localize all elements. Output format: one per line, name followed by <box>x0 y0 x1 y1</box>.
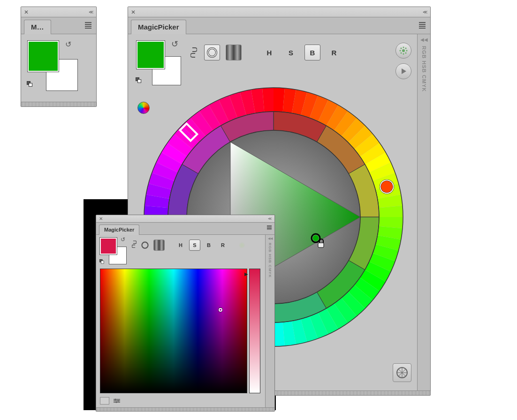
svg-point-38 <box>115 399 116 400</box>
wheel-mode-button[interactable] <box>139 240 151 251</box>
compact-toggle-icon[interactable] <box>100 397 109 405</box>
close-icon[interactable]: ✕ <box>99 216 103 221</box>
svg-point-34 <box>142 242 148 248</box>
panel-box: ✕ ≪ MagicPicker ◀◀ RGB HSB CMYK ↺ <box>96 215 275 412</box>
svg-point-3 <box>403 47 404 48</box>
svg-point-39 <box>118 400 119 402</box>
sidebar-label: RGB HSB CMYK <box>421 46 427 92</box>
mode-b[interactable]: B <box>203 240 214 251</box>
svg-point-4 <box>403 53 404 55</box>
settings-icon[interactable] <box>395 43 411 59</box>
box-mode-button[interactable] <box>153 240 165 251</box>
panel-menu-button[interactable] <box>267 225 272 230</box>
mode-h[interactable]: H <box>261 45 277 60</box>
default-colors-icon[interactable] <box>136 77 142 84</box>
tab-label: MagicPicker <box>104 227 134 232</box>
titlebar[interactable]: ✕ ≪ <box>96 215 274 223</box>
settings-icon[interactable]: ✺ <box>239 241 245 250</box>
svg-point-6 <box>406 50 408 52</box>
play-icon[interactable] <box>395 63 411 79</box>
swap-colors-icon[interactable]: ↺ <box>65 40 71 49</box>
sidebar-strip: ◀◀ RGB HSB CMYK <box>265 235 274 407</box>
mode-h[interactable]: H <box>175 240 186 251</box>
mode-r[interactable]: R <box>326 45 342 60</box>
saturation-slider[interactable] <box>249 269 260 393</box>
wheel-toggle-icon[interactable] <box>393 363 411 382</box>
sliders-icon[interactable] <box>112 397 122 405</box>
spectrum-cursor[interactable] <box>219 308 222 312</box>
svg-point-9 <box>401 52 402 54</box>
close-icon[interactable]: ✕ <box>131 9 136 15</box>
fg-swatch[interactable] <box>100 238 117 255</box>
mode-r[interactable]: R <box>217 240 228 251</box>
svg-point-8 <box>405 48 407 49</box>
mode-s[interactable]: S <box>283 45 299 60</box>
titlebar[interactable]: ✕ ≪ <box>128 7 430 17</box>
mode-b[interactable]: B <box>304 45 320 60</box>
resize-gripper[interactable] <box>96 407 274 411</box>
sidebar-expand-icon[interactable]: ◀◀ <box>268 237 273 240</box>
panel-menu-button[interactable] <box>85 22 91 29</box>
swap-colors-icon[interactable]: ↺ <box>171 39 178 49</box>
slider-marker-icon[interactable]: ▶ <box>244 271 248 277</box>
tab-label: M… <box>31 23 44 31</box>
svg-point-10 <box>405 52 407 54</box>
box-mode-button[interactable] <box>226 45 242 60</box>
svg-point-2 <box>402 49 405 52</box>
spectrum-picker[interactable] <box>100 269 247 393</box>
panel-body: ◀◀ RGB HSB CMYK ↺ H S B R <box>96 235 274 407</box>
tab-label: MagicPicker <box>138 23 179 31</box>
sidebar-strip: ◀◀ RGB HSB CMYK <box>417 34 430 390</box>
collapse-icon[interactable]: ≪ <box>423 9 427 15</box>
sidebar-label: RGB HSB CMYK <box>268 243 272 278</box>
sidebar-expand-icon[interactable]: ◀◀ <box>420 37 428 42</box>
tab-magicpicker[interactable]: MagicPicker <box>99 225 139 235</box>
link-icon[interactable] <box>132 240 137 250</box>
svg-point-24 <box>313 235 319 241</box>
tab-magicpicker[interactable]: MagicPicker <box>131 20 186 34</box>
tab-row: MagicPicker <box>96 223 274 235</box>
panel-body: ↺ <box>21 34 96 102</box>
link-icon[interactable] <box>189 46 198 59</box>
svg-rect-25 <box>318 243 324 248</box>
svg-point-7 <box>401 48 402 49</box>
svg-point-1 <box>208 48 216 57</box>
default-colors-icon[interactable] <box>27 81 33 88</box>
close-icon[interactable]: ✕ <box>24 9 29 15</box>
svg-point-40 <box>116 402 117 403</box>
tab-row: M… <box>21 17 96 34</box>
swap-colors-icon[interactable]: ↺ <box>121 236 125 243</box>
panel-mini: ✕ ≪ M… ↺ <box>21 7 97 107</box>
resize-gripper[interactable] <box>21 102 96 106</box>
panel-menu-button[interactable] <box>419 22 426 29</box>
default-colors-icon[interactable] <box>99 259 105 264</box>
tab-row: MagicPicker <box>128 17 430 34</box>
tab-magicpicker[interactable]: M… <box>24 20 51 34</box>
titlebar[interactable]: ✕ ≪ <box>21 7 96 17</box>
fg-swatch[interactable] <box>28 41 59 72</box>
collapse-icon[interactable]: ≪ <box>268 217 272 221</box>
svg-point-5 <box>400 50 401 52</box>
collapse-icon[interactable]: ≪ <box>89 9 93 15</box>
mode-s[interactable]: S <box>189 240 200 251</box>
wheel-mode-button[interactable] <box>204 45 220 60</box>
fg-swatch[interactable] <box>137 41 165 69</box>
